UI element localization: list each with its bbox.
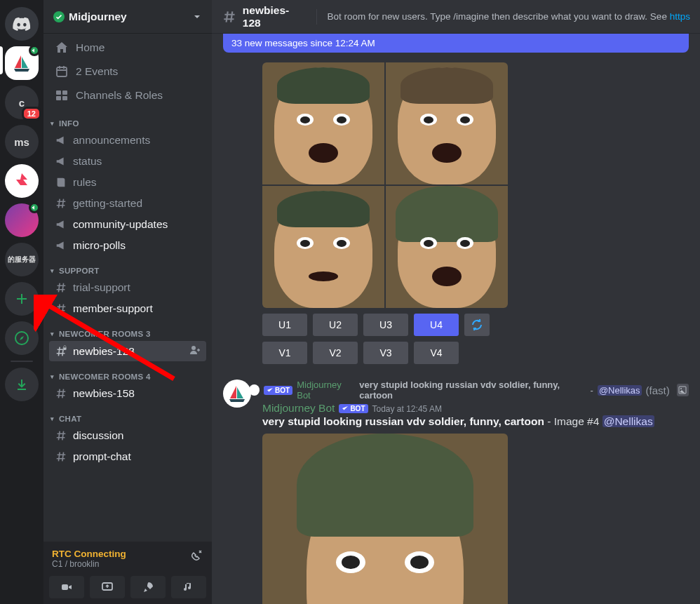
grid-cell-4 — [386, 186, 508, 308]
hash-icon — [55, 450, 67, 463]
discord-logo-icon — [13, 17, 31, 31]
channel-discussion[interactable]: discussion — [49, 426, 206, 445]
voice-badge-icon — [29, 45, 40, 56]
main-content: newbies-128 Bot room for new users. Type… — [212, 0, 700, 604]
create-invite-icon[interactable] — [189, 344, 201, 358]
reroll-button[interactable] — [464, 314, 490, 336]
message-upscale: BOT Midjourney Bot very stupid looking r… — [212, 378, 700, 604]
server-icon-cjk[interactable]: 的服务器 — [5, 243, 39, 276]
add-server-button[interactable] — [5, 282, 39, 316]
server-icon-midjourney[interactable] — [5, 46, 39, 80]
channel-newbies-128[interactable]: newbies-128 — [49, 341, 206, 361]
channel-title: newbies-128 — [243, 4, 307, 29]
soundboard-button[interactable] — [171, 576, 206, 598]
hash-icon — [55, 302, 67, 315]
megaphone-icon — [55, 155, 67, 168]
message-content: very stupid looking russian vdv soldier,… — [262, 415, 689, 429]
svg-point-9 — [191, 346, 196, 350]
channel-trial-support[interactable]: trial-support — [49, 278, 206, 297]
server-header[interactable]: Midjourney — [43, 0, 212, 34]
u4-button[interactable]: U4 — [414, 314, 459, 336]
grid-cell-3 — [262, 186, 384, 308]
svg-rect-6 — [62, 96, 67, 100]
nav-channels-roles[interactable]: Channels & Roles — [49, 84, 206, 107]
v3-button[interactable]: V3 — [363, 342, 408, 364]
app-icon — [12, 171, 32, 191]
reply-author: Midjourney Bot — [297, 380, 355, 401]
channel-status[interactable]: status — [49, 152, 206, 171]
upscaled-image[interactable] — [262, 434, 508, 604]
category-chat[interactable]: ▾CHAT — [49, 403, 206, 424]
download-apps-button[interactable] — [5, 368, 39, 401]
bot-tag: BOT — [339, 404, 368, 413]
activity-button[interactable] — [130, 576, 166, 598]
channel-list[interactable]: Home 2 Events Channels & Roles ▾INFO ann… — [43, 34, 212, 542]
nav-home[interactable]: Home — [49, 36, 206, 59]
author-avatar[interactable] — [223, 380, 251, 408]
category-info[interactable]: ▾INFO — [49, 108, 206, 129]
server-name: Midjourney — [69, 11, 192, 23]
rtc-status-row: RTC Connecting C1 / brooklin — [49, 547, 206, 573]
disconnect-button[interactable] — [189, 549, 203, 565]
channel-topic[interactable]: Bot room for new users. Type /imagine th… — [327, 11, 690, 22]
reply-tail: (fast) — [646, 384, 670, 396]
server-icon-f[interactable] — [5, 164, 39, 198]
discord-home-icon[interactable] — [5, 7, 39, 41]
channel-rules[interactable]: rules — [49, 173, 206, 192]
screenshare-button[interactable] — [90, 576, 125, 598]
category-newcomer-3[interactable]: ▾NEWCOMER ROOMS 3 — [49, 318, 206, 340]
server-icon-ms[interactable]: ms — [5, 125, 39, 159]
channel-sidebar: Midjourney Home 2 Events Channels & Role… — [43, 0, 212, 604]
explore-servers-button[interactable] — [5, 321, 39, 355]
channel-member-support[interactable]: member-support — [49, 299, 206, 318]
reply-text: very stupid looking russian vdv soldier,… — [359, 380, 586, 401]
channel-micro-polls[interactable]: micro-polls — [49, 236, 206, 255]
category-support[interactable]: ▾SUPPORT — [49, 255, 206, 276]
channel-getting-started[interactable]: getting-started — [49, 194, 206, 213]
home-icon — [55, 41, 69, 55]
bot-tag: BOT — [264, 386, 292, 395]
topic-link[interactable]: https: — [670, 11, 690, 22]
new-messages-bar[interactable]: 33 new messages since 12:24 AM — [223, 34, 689, 53]
screen-icon — [101, 581, 114, 593]
nav-label: Channels & Roles — [76, 89, 163, 102]
message-author[interactable]: Midjourney Bot — [262, 402, 335, 415]
svg-rect-2 — [57, 67, 67, 76]
nav-events[interactable]: 2 Events — [49, 60, 206, 83]
v1-button[interactable]: V1 — [262, 342, 307, 364]
u1-button[interactable]: U1 — [262, 314, 307, 336]
v2-button[interactable]: V2 — [313, 342, 358, 364]
svg-rect-8 — [63, 347, 67, 350]
server-icon-c[interactable]: c 12 — [5, 86, 39, 119]
message-scroll[interactable]: 33 new messages since 12:24 AM U1 U2 U3 … — [212, 34, 700, 604]
v4-button[interactable]: V4 — [414, 342, 459, 364]
u2-button[interactable]: U2 — [313, 314, 358, 336]
verified-badge-icon — [53, 11, 65, 22]
megaphone-icon — [55, 218, 67, 231]
megaphone-icon — [55, 239, 67, 252]
header-divider — [316, 9, 317, 25]
server-initial: ms — [14, 136, 29, 148]
channel-prompt-chat[interactable]: prompt-chat — [49, 447, 206, 467]
rtc-channel: C1 / brooklin — [52, 559, 189, 569]
category-newcomer-4[interactable]: ▾NEWCOMER ROOMS 4 — [49, 361, 206, 382]
nav-label: 2 Events — [76, 65, 118, 78]
channel-announcements[interactable]: announcements — [49, 130, 206, 150]
u3-button[interactable]: U3 — [363, 314, 408, 336]
server-initial: c — [19, 97, 25, 109]
message-mention[interactable]: @Nellikas — [603, 415, 654, 427]
channel-community-updates[interactable]: community-updates — [49, 215, 206, 234]
server-icon-purple[interactable] — [5, 203, 39, 237]
video-button[interactable] — [49, 576, 84, 598]
channel-newbies-158[interactable]: newbies-158 — [49, 384, 206, 403]
message-grid: U1 U2 U3 U4 V1 V2 V3 V4 — [212, 58, 700, 365]
unread-badge: 12 — [22, 107, 41, 121]
plus-icon — [15, 292, 29, 306]
reply-mention[interactable]: @Nellikas — [598, 385, 642, 396]
image-grid[interactable] — [262, 62, 508, 308]
reply-indicator[interactable]: BOT Midjourney Bot very stupid looking r… — [223, 380, 689, 401]
svg-rect-4 — [62, 90, 67, 95]
voice-badge-icon — [29, 202, 40, 213]
browse-icon — [55, 88, 69, 102]
nav-label: Home — [76, 41, 105, 54]
